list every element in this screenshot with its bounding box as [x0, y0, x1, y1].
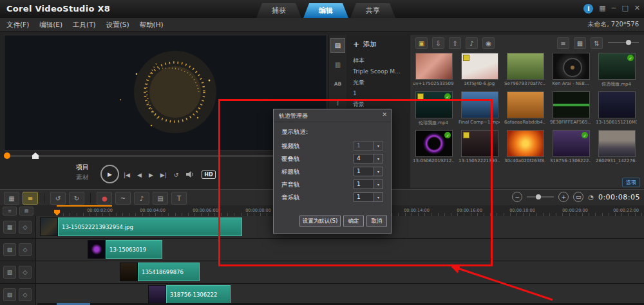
instant-project-icon[interactable]: ▥: [330, 57, 345, 72]
music-track-count-select[interactable]: 1 ▾: [354, 192, 383, 202]
sound-mixer-button[interactable]: ~: [115, 192, 131, 205]
record-capture-button[interactable]: ●: [97, 192, 112, 205]
timeline-clip[interactable]: 318756-1306222: [148, 285, 231, 304]
repeat-button[interactable]: ↺: [174, 172, 179, 178]
overlay-track-icon[interactable]: ▧: [3, 243, 16, 256]
grid-view-icon[interactable]: ▦: [574, 37, 586, 49]
subtitle-editor-button[interactable]: T: [171, 192, 187, 205]
track-manager-button[interactable]: ▤: [153, 192, 168, 205]
sort-icon[interactable]: ⇅: [591, 37, 603, 49]
next-frame-button[interactable]: ▶: [149, 172, 153, 178]
list-view-icon[interactable]: ≡: [557, 37, 569, 49]
track-list-button[interactable]: ≡: [3, 207, 17, 216]
timeline-clip[interactable]: 135418699876: [120, 263, 200, 281]
library-thumbnail[interactable]: ✓ 你憑我撒.mp4: [596, 53, 638, 91]
export-media-icon[interactable]: ⇧: [449, 37, 461, 49]
minimize-button[interactable]: ─: [612, 3, 616, 14]
slider-knob[interactable]: [536, 194, 541, 199]
capture-icon[interactable]: ◉: [482, 37, 495, 49]
timeline-view-button[interactable]: ≡: [23, 192, 38, 205]
library-thumbnail[interactable]: 9E30FlFFEAF565...: [550, 91, 592, 130]
slider-knob[interactable]: [626, 40, 631, 45]
track-header[interactable]: ▦ ◇: [0, 216, 36, 238]
close-button[interactable]: ✕: [634, 3, 640, 14]
timeline-clip[interactable]: 13-15063019: [88, 240, 162, 259]
ok-button[interactable]: 确定: [343, 216, 364, 226]
mode-project-label[interactable]: 项目: [76, 163, 89, 172]
title-track-count-select[interactable]: 1 ▾: [354, 167, 383, 176]
add-folder-button[interactable]: + 添加: [353, 40, 377, 49]
browse-folder-icon[interactable]: ▣: [415, 37, 428, 49]
panel-layout-icon[interactable]: ▦: [599, 3, 605, 14]
help-icon[interactable]: i: [583, 4, 593, 14]
library-thumbnail[interactable]: ✓ 伦瑞我撒.mp4: [413, 91, 455, 130]
music-icon[interactable]: ♪: [466, 37, 478, 49]
mode-clip-label[interactable]: 素材: [76, 173, 89, 182]
maximize-button[interactable]: □: [621, 3, 628, 14]
track-header[interactable]: ▧ ◇: [0, 239, 36, 261]
zoom-in-icon[interactable]: +: [558, 192, 569, 202]
track-toggle-icon[interactable]: ◇: [19, 221, 32, 234]
folder-item[interactable]: 光量: [346, 77, 410, 88]
menu-file[interactable]: 文件(F): [6, 18, 29, 31]
menu-edit[interactable]: 编辑(E): [39, 18, 62, 31]
timeline-clip[interactable]: 13-150522213932954.jpg: [40, 217, 242, 236]
tab-share[interactable]: 共享: [350, 3, 395, 18]
library-thumbnail[interactable]: 30c40a020f263f8...: [504, 130, 547, 169]
go-start-button[interactable]: |◀: [124, 172, 130, 178]
library-thumbnail[interactable]: Ken Arai - NE8...: [550, 53, 592, 91]
library-thumbnail[interactable]: Final Comp~1.mp4: [459, 91, 501, 130]
set-default-button[interactable]: 设置为默认(S): [299, 216, 341, 226]
go-end-button[interactable]: ▶|: [160, 172, 167, 178]
trim-start-handle[interactable]: [4, 152, 10, 159]
track-header[interactable]: ▧ ◇: [0, 261, 36, 283]
menu-tools[interactable]: 工具(T): [73, 18, 96, 31]
library-thumbnail[interactable]: 1KTSJ40-6.jpg: [459, 53, 501, 91]
folder-item[interactable]: Triple Scoop M...: [346, 66, 410, 77]
timeline-zoom-slider[interactable]: [527, 196, 554, 198]
prev-frame-button[interactable]: ◀: [137, 172, 142, 178]
overlay-track-icon[interactable]: ▧: [3, 288, 16, 301]
import-media-icon[interactable]: ⇩: [432, 37, 444, 49]
cancel-button[interactable]: 取消: [366, 216, 387, 226]
scrubber-handle[interactable]: [32, 152, 39, 159]
track-view-button[interactable]: ▤: [19, 207, 33, 216]
storyboard-view-button[interactable]: ▦: [4, 192, 19, 205]
hd-toggle[interactable]: HD: [202, 171, 215, 179]
undo-button[interactable]: ↺: [50, 192, 66, 205]
track-toggle-icon[interactable]: ◇: [19, 266, 32, 279]
menu-settings[interactable]: 设置(S): [106, 18, 129, 31]
library-thumbnail[interactable]: 13-1506151210M1...: [596, 91, 638, 130]
visible-range-indicator[interactable]: [57, 205, 112, 207]
overlay-track-count-select[interactable]: 4 ▾: [354, 154, 383, 163]
voice-track-count-select[interactable]: 1 ▾: [354, 180, 383, 189]
folder-item[interactable]: 样本: [346, 55, 410, 66]
track-header[interactable]: ▧ ◇: [0, 284, 36, 305]
redo-button[interactable]: ↻: [69, 192, 84, 205]
track-toggle-icon[interactable]: ◇: [19, 288, 32, 301]
auto-music-button[interactable]: ♪: [134, 192, 149, 205]
library-thumbnail[interactable]: 2602931_142276...: [596, 130, 638, 169]
zoom-out-icon[interactable]: −: [512, 192, 522, 202]
tab-capture[interactable]: 捕获: [256, 3, 301, 18]
video-track-icon[interactable]: ▦: [3, 221, 16, 234]
options-panel-toggle[interactable]: 选项: [622, 178, 640, 187]
volume-icon[interactable]: [185, 169, 194, 181]
library-thumbnail[interactable]: ✓ 318756-1306222...: [550, 130, 592, 169]
library-thumbnail[interactable]: ✓ 13-05062019212...: [413, 130, 455, 169]
library-thumbnail[interactable]: uv+17502533509...: [413, 53, 455, 91]
track-toggle-icon[interactable]: ◇: [19, 243, 32, 256]
tab-edit[interactable]: 编辑: [303, 3, 348, 18]
media-library-icon[interactable]: ▤: [330, 38, 345, 53]
library-thumbnail[interactable]: 6afaeaaRabddb4...: [504, 91, 547, 130]
menu-help[interactable]: 帮助(H): [140, 18, 164, 31]
play-button[interactable]: ▶: [100, 165, 119, 183]
library-thumbnail[interactable]: Se79679370af7c...: [504, 53, 547, 91]
transition-icon[interactable]: AB: [330, 77, 345, 91]
thumbnail-size-slider[interactable]: [608, 42, 639, 43]
dialog-close-icon[interactable]: ✕: [382, 111, 387, 118]
fit-project-icon[interactable]: ▭: [573, 192, 583, 202]
library-thumbnail[interactable]: 13-15052221393...: [459, 130, 501, 169]
folder-item[interactable]: 1: [346, 88, 410, 99]
overlay-track-icon[interactable]: ▧: [3, 266, 16, 279]
